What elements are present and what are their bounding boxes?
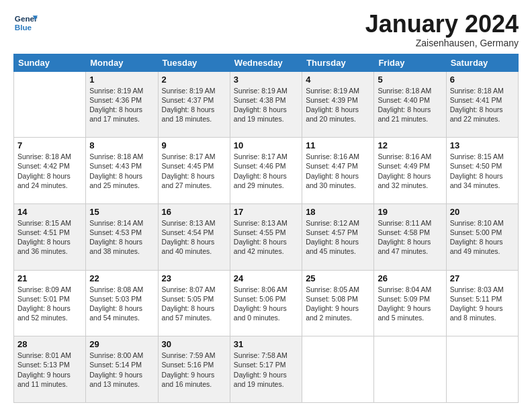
day-number: 26 — [378, 273, 442, 283]
day-info: Sunrise: 8:16 AM Sunset: 4:49 PM Dayligh… — [378, 152, 442, 190]
day-number: 12 — [378, 140, 442, 150]
day-info: Sunrise: 8:05 AM Sunset: 5:08 PM Dayligh… — [306, 285, 370, 323]
header-saturday: Saturday — [446, 54, 518, 71]
day-number: 20 — [450, 207, 515, 217]
table-row: 15Sunrise: 8:14 AM Sunset: 4:53 PM Dayli… — [86, 203, 158, 270]
day-number: 27 — [450, 273, 515, 283]
table-row: 4Sunrise: 8:19 AM Sunset: 4:39 PM Daylig… — [302, 71, 374, 138]
day-info: Sunrise: 8:19 AM Sunset: 4:36 PM Dayligh… — [89, 86, 154, 124]
day-number: 21 — [17, 273, 82, 283]
day-info: Sunrise: 8:18 AM Sunset: 4:42 PM Dayligh… — [17, 152, 82, 190]
table-row: 13Sunrise: 8:15 AM Sunset: 4:50 PM Dayli… — [446, 138, 518, 204]
day-number: 29 — [89, 339, 154, 349]
month-title: January 2024 — [365, 11, 519, 38]
header-thursday: Thursday — [302, 54, 374, 71]
day-number: 31 — [234, 339, 298, 349]
calendar-week-row: 28Sunrise: 8:01 AM Sunset: 5:13 PM Dayli… — [14, 336, 519, 403]
table-row: 17Sunrise: 8:13 AM Sunset: 4:55 PM Dayli… — [230, 203, 302, 270]
header-friday: Friday — [374, 54, 446, 71]
day-info: Sunrise: 8:07 AM Sunset: 5:05 PM Dayligh… — [162, 285, 226, 323]
day-number: 23 — [162, 273, 226, 283]
table-row: 19Sunrise: 8:11 AM Sunset: 4:58 PM Dayli… — [374, 203, 446, 270]
day-number: 24 — [234, 273, 298, 283]
day-number: 28 — [17, 339, 82, 349]
day-info: Sunrise: 8:18 AM Sunset: 4:43 PM Dayligh… — [89, 152, 154, 190]
day-number: 22 — [89, 273, 154, 283]
day-info: Sunrise: 8:18 AM Sunset: 4:41 PM Dayligh… — [450, 86, 515, 124]
table-row: 31Sunrise: 7:58 AM Sunset: 5:17 PM Dayli… — [230, 336, 302, 403]
day-info: Sunrise: 8:08 AM Sunset: 5:03 PM Dayligh… — [89, 285, 154, 323]
calendar-table: Sunday Monday Tuesday Wednesday Thursday… — [13, 54, 519, 403]
day-number: 30 — [162, 339, 226, 349]
weekday-header-row: Sunday Monday Tuesday Wednesday Thursday… — [14, 54, 519, 71]
day-info: Sunrise: 8:19 AM Sunset: 4:37 PM Dayligh… — [162, 86, 226, 124]
header-tuesday: Tuesday — [158, 54, 230, 71]
table-row: 23Sunrise: 8:07 AM Sunset: 5:05 PM Dayli… — [158, 270, 230, 336]
day-info: Sunrise: 8:12 AM Sunset: 4:57 PM Dayligh… — [306, 218, 370, 257]
day-info: Sunrise: 8:00 AM Sunset: 5:14 PM Dayligh… — [89, 351, 154, 389]
table-row: 2Sunrise: 8:19 AM Sunset: 4:37 PM Daylig… — [158, 71, 230, 138]
table-row: 27Sunrise: 8:03 AM Sunset: 5:11 PM Dayli… — [446, 270, 518, 336]
table-row: 16Sunrise: 8:13 AM Sunset: 4:54 PM Dayli… — [158, 203, 230, 270]
day-number: 2 — [162, 75, 226, 85]
day-info: Sunrise: 8:17 AM Sunset: 4:45 PM Dayligh… — [162, 152, 226, 190]
day-number: 16 — [162, 207, 226, 217]
day-info: Sunrise: 8:01 AM Sunset: 5:13 PM Dayligh… — [17, 351, 82, 389]
header: General Blue January 2024 Zaisenhausen, … — [13, 11, 519, 48]
table-row: 18Sunrise: 8:12 AM Sunset: 4:57 PM Dayli… — [302, 203, 374, 270]
svg-text:Blue: Blue — [15, 23, 32, 32]
table-row: 3Sunrise: 8:19 AM Sunset: 4:38 PM Daylig… — [230, 71, 302, 138]
day-info: Sunrise: 8:15 AM Sunset: 4:50 PM Dayligh… — [450, 152, 515, 190]
table-row — [446, 336, 518, 403]
day-info: Sunrise: 7:58 AM Sunset: 5:17 PM Dayligh… — [234, 351, 298, 389]
day-number: 15 — [89, 207, 154, 217]
calendar-week-row: 14Sunrise: 8:15 AM Sunset: 4:51 PM Dayli… — [14, 203, 519, 270]
table-row: 26Sunrise: 8:04 AM Sunset: 5:09 PM Dayli… — [374, 270, 446, 336]
day-info: Sunrise: 8:18 AM Sunset: 4:40 PM Dayligh… — [378, 86, 442, 124]
table-row: 29Sunrise: 8:00 AM Sunset: 5:14 PM Dayli… — [86, 336, 158, 403]
day-number: 6 — [450, 75, 515, 85]
table-row: 1Sunrise: 8:19 AM Sunset: 4:36 PM Daylig… — [86, 71, 158, 138]
table-row: 7Sunrise: 8:18 AM Sunset: 4:42 PM Daylig… — [14, 138, 86, 204]
day-number: 19 — [378, 207, 442, 217]
day-info: Sunrise: 8:19 AM Sunset: 4:38 PM Dayligh… — [234, 86, 298, 124]
day-number: 18 — [306, 207, 370, 217]
day-number: 9 — [162, 140, 226, 150]
day-number: 4 — [306, 75, 370, 85]
day-info: Sunrise: 8:19 AM Sunset: 4:39 PM Dayligh… — [306, 86, 370, 124]
table-row: 11Sunrise: 8:16 AM Sunset: 4:47 PM Dayli… — [302, 138, 374, 204]
day-info: Sunrise: 8:10 AM Sunset: 5:00 PM Dayligh… — [450, 218, 515, 257]
page: General Blue January 2024 Zaisenhausen, … — [0, 0, 532, 411]
table-row: 6Sunrise: 8:18 AM Sunset: 4:41 PM Daylig… — [446, 71, 518, 138]
table-row: 5Sunrise: 8:18 AM Sunset: 4:40 PM Daylig… — [374, 71, 446, 138]
day-info: Sunrise: 8:14 AM Sunset: 4:53 PM Dayligh… — [89, 218, 154, 257]
table-row — [14, 71, 86, 138]
day-number: 10 — [234, 140, 298, 150]
day-number: 5 — [378, 75, 442, 85]
day-number: 7 — [17, 140, 82, 150]
day-number: 17 — [234, 207, 298, 217]
table-row: 8Sunrise: 8:18 AM Sunset: 4:43 PM Daylig… — [86, 138, 158, 204]
calendar-week-row: 1Sunrise: 8:19 AM Sunset: 4:36 PM Daylig… — [14, 71, 519, 138]
day-number: 13 — [450, 140, 515, 150]
header-sunday: Sunday — [14, 54, 86, 71]
calendar-week-row: 7Sunrise: 8:18 AM Sunset: 4:42 PM Daylig… — [14, 138, 519, 204]
table-row: 28Sunrise: 8:01 AM Sunset: 5:13 PM Dayli… — [14, 336, 86, 403]
subtitle: Zaisenhausen, Germany — [365, 38, 519, 48]
table-row: 24Sunrise: 8:06 AM Sunset: 5:06 PM Dayli… — [230, 270, 302, 336]
logo: General Blue — [13, 11, 38, 35]
day-info: Sunrise: 8:06 AM Sunset: 5:06 PM Dayligh… — [234, 285, 298, 323]
day-info: Sunrise: 8:03 AM Sunset: 5:11 PM Dayligh… — [450, 285, 515, 323]
day-info: Sunrise: 8:04 AM Sunset: 5:09 PM Dayligh… — [378, 285, 442, 323]
title-block: January 2024 Zaisenhausen, Germany — [365, 11, 519, 48]
day-number: 11 — [306, 140, 370, 150]
header-monday: Monday — [86, 54, 158, 71]
table-row — [302, 336, 374, 403]
day-info: Sunrise: 8:16 AM Sunset: 4:47 PM Dayligh… — [306, 152, 370, 190]
header-wednesday: Wednesday — [230, 54, 302, 71]
day-info: Sunrise: 8:17 AM Sunset: 4:46 PM Dayligh… — [234, 152, 298, 190]
day-info: Sunrise: 8:13 AM Sunset: 4:55 PM Dayligh… — [234, 218, 298, 257]
calendar-week-row: 21Sunrise: 8:09 AM Sunset: 5:01 PM Dayli… — [14, 270, 519, 336]
table-row: 25Sunrise: 8:05 AM Sunset: 5:08 PM Dayli… — [302, 270, 374, 336]
day-number: 1 — [89, 75, 154, 85]
